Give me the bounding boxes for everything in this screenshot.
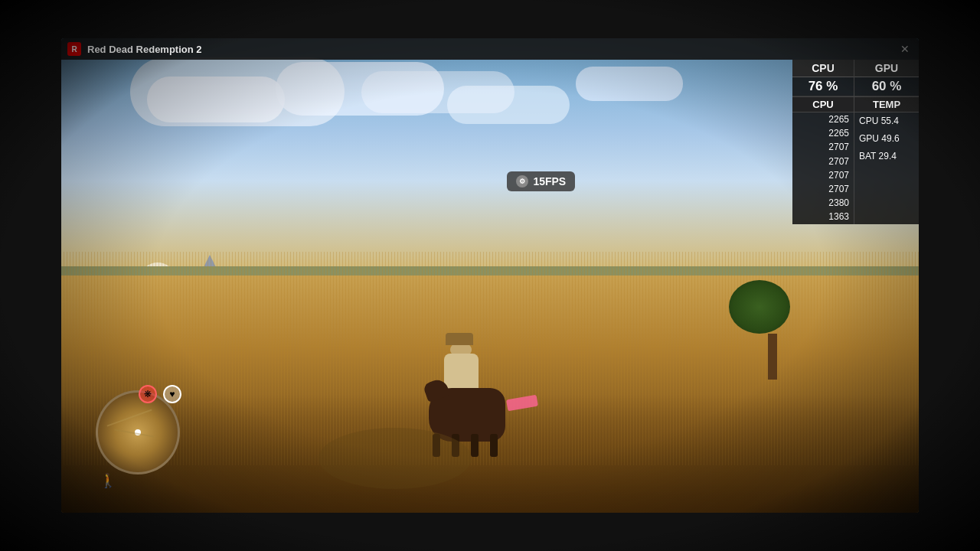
cpu-freq-7: 1363 bbox=[792, 210, 854, 223]
fps-icon: ⚙ bbox=[516, 175, 528, 187]
cpu-freq-3: 2707 bbox=[792, 155, 854, 168]
cpu-freq-0: 2265 bbox=[792, 112, 854, 126]
monitor-screen: R Red Dead Redemption 2 ✕ ⚙ 15FPS ❋ bbox=[61, 38, 919, 513]
cpu-usage: 76 % bbox=[792, 77, 854, 96]
health-icon: ♥ bbox=[163, 385, 181, 403]
game-viewport: R Red Dead Redemption 2 ✕ ⚙ 15FPS ❋ bbox=[61, 38, 919, 513]
rider-hat bbox=[446, 333, 473, 345]
left-metrics-panel: CPU 76 % CPU 2265 2265 2707 2707 2707 27… bbox=[792, 60, 854, 224]
horse-leg bbox=[471, 434, 479, 457]
cpu-freq-2: 2707 bbox=[792, 140, 854, 154]
window-title: Red Dead Redemption 2 bbox=[87, 44, 202, 55]
fps-badge: ⚙ 15FPS bbox=[507, 171, 575, 191]
tree-canopy bbox=[729, 280, 790, 334]
minimap-road bbox=[107, 409, 152, 426]
gpu-usage: 60 % bbox=[854, 77, 919, 96]
ground-path bbox=[318, 428, 472, 489]
horse-rider bbox=[421, 319, 513, 442]
temp-header: TEMP bbox=[854, 96, 919, 112]
game-icon: R bbox=[67, 42, 81, 56]
cpu-freq-1: 2265 bbox=[792, 126, 854, 140]
cpu-freq-4: 2707 bbox=[792, 168, 854, 182]
cpu-temp: CPU 55.4 bbox=[854, 112, 919, 130]
close-button[interactable]: ✕ bbox=[897, 41, 913, 57]
hud-icons: ❋ ♥ bbox=[139, 385, 181, 403]
gpu-label: GPU bbox=[854, 60, 919, 77]
right-metrics-panel: GPU 60 % TEMP CPU 55.4 GPU 49.6 BAT 29.4 bbox=[854, 60, 919, 224]
cloud-mid bbox=[361, 71, 514, 113]
tree-trunk bbox=[768, 334, 777, 380]
game-icon-letter: R bbox=[71, 45, 77, 54]
bat-temp: BAT 29.4 bbox=[854, 148, 919, 165]
fps-value: 15FPS bbox=[533, 175, 566, 187]
gpu-temp: GPU 49.6 bbox=[854, 130, 919, 148]
horse-leg bbox=[490, 434, 498, 457]
walk-icon: 🚶 bbox=[100, 472, 116, 489]
screenshot-container: R Red Dead Redemption 2 ✕ ⚙ 15FPS ❋ bbox=[0, 0, 980, 551]
cpu-freq-label: CPU bbox=[792, 96, 854, 112]
cpu-freq-5: 2707 bbox=[792, 182, 854, 196]
cloud-large bbox=[130, 57, 345, 126]
cpu-label: CPU bbox=[792, 60, 854, 77]
cloud-4 bbox=[576, 67, 683, 101]
tree bbox=[755, 280, 790, 380]
minimap-path bbox=[114, 429, 154, 438]
title-bar: R Red Dead Redemption 2 ✕ bbox=[61, 38, 919, 60]
performance-overlay: CPU 76 % CPU 2265 2265 2707 2707 2707 27… bbox=[792, 60, 919, 224]
cpu-freq-6: 2380 bbox=[792, 196, 854, 210]
stamina-icon: ❋ bbox=[139, 385, 157, 403]
